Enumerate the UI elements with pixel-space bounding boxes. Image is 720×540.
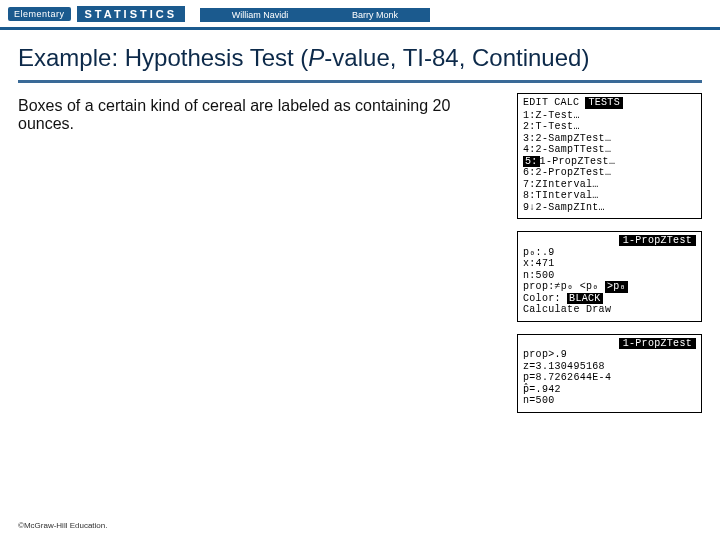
input-calculate: Calculate Draw	[523, 304, 696, 316]
output-title-row: 1-PropZTest	[523, 338, 696, 350]
output-title: 1-PropZTest	[619, 338, 696, 349]
menu-item-9: 9↓2-SampZInt…	[523, 202, 696, 214]
menu-item-5: 5:1-PropZTest…	[523, 156, 696, 168]
brand-statistics: STATISTICS	[77, 6, 186, 22]
author-1: William Navidi	[232, 10, 289, 20]
problem-prompt: Boxes of a certain kind of cereal are la…	[18, 93, 505, 413]
input-title-row: 1-PropZTest	[523, 235, 696, 247]
title-post: -value, TI-84, Continued)	[324, 44, 589, 71]
output-p: p=8.7262644E-4	[523, 372, 696, 384]
output-z: z=3.130495168	[523, 361, 696, 373]
menu-item-3: 3:2-SampZTest…	[523, 133, 696, 145]
ti84-screen-tests-menu: EDIT CALC TESTS 1:Z-Test… 2:T-Test… 3:2-…	[517, 93, 702, 219]
menu-item-8: 8:TInterval…	[523, 190, 696, 202]
input-color: Color: BLACK	[523, 293, 696, 305]
input-prop-sel: >p₀	[605, 281, 628, 293]
title-underline	[18, 80, 702, 83]
menu-item-7: 7:ZInterval…	[523, 179, 696, 191]
ti84-screen-output: 1-PropZTest prop>.9 z=3.130495168 p=8.72…	[517, 334, 702, 413]
title-pre: Example: Hypothesis Test (	[18, 44, 308, 71]
output-phat: p̂=.942	[523, 384, 696, 396]
input-title: 1-PropZTest	[619, 235, 696, 246]
ti84-screen-input: 1-PropZTest p₀:.9 x:471 n:500 prop:≠p₀ <…	[517, 231, 702, 322]
copyright-footer: ©McGraw-Hill Education.	[18, 521, 107, 530]
menu-item-4: 4:2-SampTTest…	[523, 144, 696, 156]
menu-item-2: 2:T-Test…	[523, 121, 696, 133]
menu-tests-selected: TESTS	[585, 97, 623, 109]
menu-item-5-rest: 1-PropZTest…	[540, 156, 616, 167]
input-n: n:500	[523, 270, 696, 282]
input-prop: prop:≠p₀ <p₀ >p₀	[523, 281, 696, 293]
output-alt: prop>.9	[523, 349, 696, 361]
input-color-sel: BLACK	[567, 293, 603, 305]
menu-calc: CALC	[554, 97, 579, 109]
brand-elementary: Elementary	[8, 7, 71, 21]
author-2: Barry Monk	[352, 10, 398, 20]
input-prop-pre: prop:≠p₀ <p₀	[523, 281, 605, 292]
input-p0: p₀:.9	[523, 247, 696, 259]
input-x: x:471	[523, 258, 696, 270]
menu-item-5-sel: 5:	[523, 156, 540, 168]
output-n: n=500	[523, 395, 696, 407]
title-em: P	[308, 44, 324, 71]
author-bar: William Navidi Barry Monk	[200, 8, 430, 22]
book-header: Elementary STATISTICS William Navidi Bar…	[0, 0, 720, 30]
menu-edit: EDIT	[523, 97, 548, 109]
content-area: Boxes of a certain kind of cereal are la…	[0, 93, 720, 413]
menu-header: EDIT CALC TESTS	[523, 97, 696, 109]
menu-item-6: 6:2-PropZTest…	[523, 167, 696, 179]
slide-title: Example: Hypothesis Test (P-value, TI-84…	[0, 30, 720, 80]
input-color-pre: Color:	[523, 293, 567, 304]
calculator-screens: EDIT CALC TESTS 1:Z-Test… 2:T-Test… 3:2-…	[517, 93, 702, 413]
menu-item-1: 1:Z-Test…	[523, 110, 696, 122]
